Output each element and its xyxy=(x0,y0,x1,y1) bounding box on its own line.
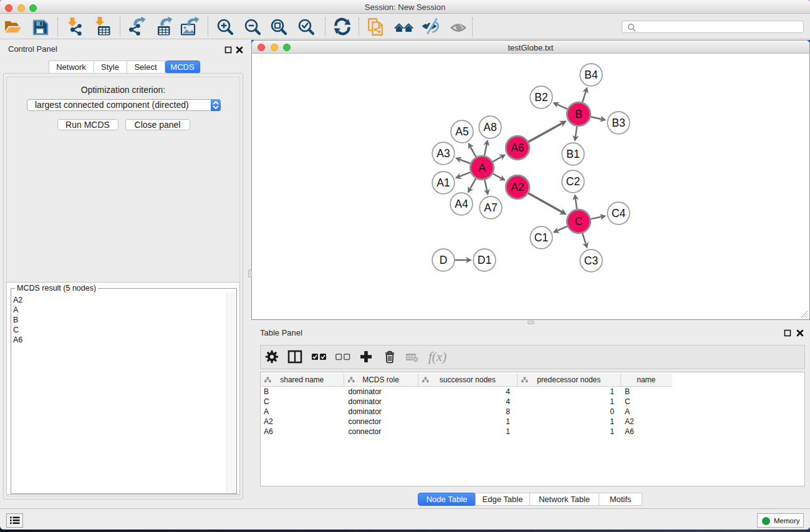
svg-text:A4: A4 xyxy=(455,198,468,210)
svg-text:D1: D1 xyxy=(478,254,491,266)
svg-text:A: A xyxy=(478,162,486,174)
svg-text:B1: B1 xyxy=(566,148,579,160)
svg-text:A2: A2 xyxy=(511,181,524,193)
svg-text:C: C xyxy=(575,215,583,228)
svg-text:C2: C2 xyxy=(566,175,580,188)
svg-text:C3: C3 xyxy=(584,254,598,267)
svg-text:B2: B2 xyxy=(534,91,547,104)
svg-text:A5: A5 xyxy=(455,125,468,138)
svg-text:C1: C1 xyxy=(534,231,548,244)
svg-text:A3: A3 xyxy=(436,147,450,160)
svg-text:A1: A1 xyxy=(436,177,450,189)
svg-text:A8: A8 xyxy=(483,121,496,133)
svg-text:B3: B3 xyxy=(612,117,625,129)
svg-text:C4: C4 xyxy=(612,207,626,220)
svg-text:A7: A7 xyxy=(484,201,497,214)
svg-text:B: B xyxy=(575,108,582,120)
svg-text:B4: B4 xyxy=(584,69,598,81)
svg-text:D: D xyxy=(440,254,448,266)
svg-text:A6: A6 xyxy=(511,142,524,154)
